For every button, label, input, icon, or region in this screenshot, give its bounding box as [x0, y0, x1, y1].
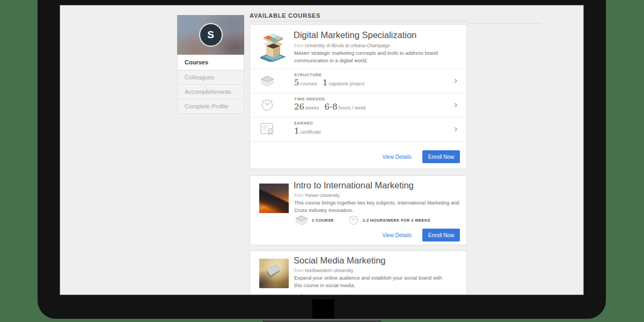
layers-icon	[295, 294, 308, 295]
profile-avatar: S	[177, 15, 244, 55]
provider-name: Northwestern University	[305, 268, 353, 273]
main-content: AVAILABLE COURSES	[250, 12, 467, 295]
detail-number: 5	[294, 78, 299, 87]
course-description: Expand your online audience and establis…	[294, 274, 450, 289]
detail-number: 1	[294, 126, 299, 136]
provider-name: University of Illinois at Urbana-Champai…	[305, 43, 390, 48]
meta-courses: 1 COURSE	[312, 218, 334, 223]
card-actions: View Details Enroll Now	[382, 229, 460, 241]
meta-time: 1-2 HOURS/WEEK FOR 3 WEEKS	[363, 218, 430, 223]
course-description: This course brings together two key subj…	[294, 199, 466, 214]
avatar-initial: S	[207, 29, 214, 41]
clock-icon	[348, 215, 359, 226]
from-label: from	[294, 193, 303, 198]
enroll-now-button[interactable]: Enroll Now	[422, 229, 460, 241]
detail-row-structure[interactable]: STRUCTURE 5courses1capstone project	[250, 69, 466, 93]
detail-unit: weeks	[305, 105, 319, 111]
detail-unit: capstone project	[329, 81, 364, 86]
from-label: from	[294, 268, 303, 273]
course-title: Digital Marketing Specialization	[294, 30, 416, 40]
detail-values: 26weeks6-8hours / week	[294, 102, 371, 112]
detail-unit: courses	[301, 81, 318, 86]
detail-row-time-needed[interactable]: TIME NEEDED 26weeks6-8hours / week	[250, 93, 466, 117]
detail-label: TIME NEEDED	[294, 97, 371, 101]
detail-number: 26	[294, 102, 304, 112]
clock-icon	[260, 98, 274, 112]
detail-text: STRUCTURE 5courses1capstone project	[294, 72, 370, 87]
course-title: Intro to International Marketing	[294, 180, 414, 191]
phone-icon	[267, 264, 281, 276]
section-title: AVAILABLE COURSES	[250, 12, 467, 21]
view-details-link[interactable]: View Details	[382, 232, 412, 238]
provider-name: Yonsei University	[305, 193, 340, 198]
layers-icon	[260, 76, 274, 86]
course-thumbnail-airplane	[259, 184, 289, 213]
detail-text: TIME NEEDED 26weeks6-8hours / week	[294, 97, 371, 112]
from-label: from	[294, 43, 303, 48]
detail-unit: certificate	[301, 129, 321, 135]
course-provider: fromYonsei University	[294, 193, 340, 198]
course-logo-icon	[259, 32, 287, 62]
sidebar-item-courses[interactable]: Courses	[178, 55, 244, 70]
course-card-international-marketing: Intro to International Marketing fromYon…	[250, 175, 467, 245]
detail-number: 6-8	[325, 102, 338, 112]
detail-label: STRUCTURE	[294, 72, 370, 77]
course-provider: fromUniversity of Illinois at Urbana-Cha…	[294, 43, 390, 48]
app-screen: S Courses Colleagues Accomplishments Com…	[60, 5, 583, 295]
sidebar-menu: Courses Colleagues Accomplishments Compl…	[177, 55, 244, 114]
home-button[interactable]	[312, 299, 334, 319]
page-background: S Courses Colleagues Accomplishments Com…	[0, 0, 644, 322]
sidebar-item-accomplishments[interactable]: Accomplishments	[178, 84, 244, 99]
layers-icon	[295, 215, 308, 225]
course-details-list: STRUCTURE 5courses1capstone project	[250, 69, 466, 142]
card-actions: View Details Enroll Now	[382, 150, 460, 163]
clock-icon	[345, 293, 356, 295]
detail-values: 1certificate	[294, 126, 326, 136]
certificate-icon	[260, 123, 275, 136]
chevron-right-icon	[454, 99, 458, 110]
course-title: Social Media Marketing	[294, 255, 386, 266]
detail-number: 1	[323, 78, 328, 87]
view-details-link[interactable]: View Details	[382, 154, 412, 160]
course-thumbnail-wheat-field	[259, 259, 289, 288]
sidebar-item-colleagues[interactable]: Colleagues	[178, 70, 244, 84]
course-provider: fromNorthwestern University	[294, 268, 353, 273]
sidebar-item-complete-profile[interactable]: Complete Profile	[178, 99, 244, 113]
avatar-initial-badge: S	[199, 23, 223, 47]
enroll-now-button[interactable]: Enroll Now	[422, 150, 460, 163]
detail-row-earned[interactable]: EARNED 1certificate	[250, 117, 466, 141]
divider-extension	[467, 23, 541, 24]
detail-label: EARNED	[294, 121, 326, 126]
course-meta-row: 1 COURSE 1-2 HOURS/WEEK FOR 3 WEEKS	[295, 215, 430, 226]
detail-unit: hours / week	[339, 105, 366, 111]
detail-values: 5courses1capstone project	[294, 78, 370, 87]
course-card-digital-marketing: Digital Marketing Specialization fromUni…	[250, 24, 467, 169]
course-card-social-media-marketing: Social Media Marketing fromNorthwestern …	[250, 251, 467, 295]
course-description: Master strategic marketing concepts and …	[294, 49, 455, 64]
chevron-right-icon	[454, 75, 458, 86]
chevron-right-icon	[454, 123, 458, 134]
course-meta-row	[295, 293, 356, 295]
sidebar: S Courses Colleagues Accomplishments Com…	[177, 15, 244, 114]
detail-text: EARNED 1certificate	[294, 121, 326, 136]
